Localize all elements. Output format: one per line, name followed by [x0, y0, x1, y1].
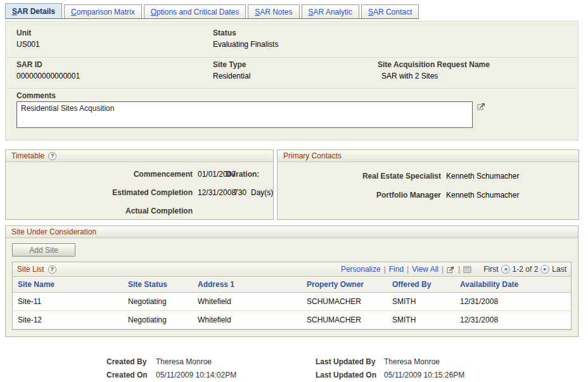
tab-bar: SAR Details Comparison Matrix Options an… — [5, 3, 419, 19]
sar-id-value: 000000000000001 — [16, 72, 80, 80]
created-info: Created By Theresa Monroe Created On 05/… — [106, 355, 236, 382]
real-estate-specialist-label: Real Estate Specialist — [283, 172, 441, 181]
created-on-value: 05/11/2009 10:14:02PM — [156, 369, 236, 382]
duration-unit: Day(s) — [251, 188, 273, 197]
view-all-link[interactable]: View All — [412, 265, 438, 274]
tab-label: SAR Analytic — [309, 8, 352, 16]
last-updated-on-label: Last Updated On — [316, 369, 379, 382]
column-header-site-status[interactable]: Site Status — [123, 277, 193, 293]
field-status: Status Evaluating Finalists — [213, 29, 278, 49]
pager-first-link[interactable]: First — [483, 265, 498, 274]
site-list-table: Site Name Site Status Address 1 Property… — [13, 277, 571, 329]
duration-label: Duration: — [226, 170, 259, 179]
created-on-label: Created On — [106, 369, 151, 382]
real-estate-specialist-value: Kenneth Schumacher — [446, 172, 519, 181]
comments-textarea[interactable]: Residential Sites Acqusition — [16, 101, 473, 128]
sar-name-value: SAR with 2 Sites — [378, 72, 490, 80]
pager-range: 1-2 of 2 — [513, 265, 539, 274]
unit-value: US001 — [16, 40, 40, 49]
divider — [6, 57, 577, 58]
site-section-header: Site Under Consideration — [6, 226, 578, 238]
duration-value: 730 — [227, 188, 246, 197]
table-row: Site-12 Negotiating Whitefield SCHUMACHE… — [13, 311, 571, 329]
commencement-label: Commencement — [11, 170, 193, 179]
unit-label: Unit — [16, 29, 40, 37]
tab-sar-details[interactable]: SAR Details — [5, 3, 62, 18]
add-site-button[interactable]: Add Site — [12, 243, 75, 257]
timetable-header: Timetable ? — [6, 150, 273, 162]
status-label: Status — [213, 29, 278, 37]
help-icon[interactable]: ? — [48, 152, 56, 160]
timetable-groupbox: Timetable ? Commencement 01/01/2007 Dura… — [5, 150, 274, 220]
find-link[interactable]: Find — [389, 265, 404, 274]
cell-property-owner: SCHUMACHER — [302, 311, 387, 329]
portfolio-manager-value: Kenneth Schumacher — [446, 191, 519, 200]
cell-site-status: Negotiating — [123, 311, 193, 329]
site-list-title: Site List — [17, 265, 44, 274]
field-sar-id: SAR ID 000000000000001 — [16, 60, 80, 80]
column-header-property-owner[interactable]: Property Owner — [302, 277, 387, 293]
column-header-address-1[interactable]: Address 1 — [193, 277, 302, 293]
table-header-row: Site Name Site Status Address 1 Property… — [13, 277, 571, 293]
cell-property-owner: SCHUMACHER — [302, 293, 387, 311]
site-type-label: Site Type — [213, 60, 250, 69]
field-site-type: Site Type Residential — [213, 60, 250, 80]
tab-label: Comparison Matrix — [71, 8, 135, 16]
field-sar-name: Site Acquisition Request Name SAR with 2… — [378, 60, 490, 80]
cell-site-name: Site-11 — [13, 293, 123, 311]
status-value: Evaluating Finalists — [213, 40, 278, 49]
tab-label: Options and Critical Dates — [151, 8, 239, 16]
column-header-site-name[interactable]: Site Name — [13, 277, 123, 293]
sar-id-label: SAR ID — [16, 60, 80, 69]
created-by-label: Created By — [106, 355, 151, 369]
personalize-link[interactable]: Personalize — [341, 265, 381, 274]
created-by-value: Theresa Monroe — [156, 355, 212, 369]
cell-offered-by: SMITH — [387, 311, 455, 329]
timetable-title: Timetable — [11, 151, 44, 160]
expand-comments-icon[interactable] — [477, 102, 486, 111]
help-icon[interactable]: ? — [48, 265, 56, 274]
cell-address-1: Whitefield — [193, 311, 302, 329]
column-header-availability-date[interactable]: Availability Date — [455, 277, 571, 293]
actual-completion-label: Actual Completion — [11, 207, 193, 215]
cell-availability-date: 12/31/2008 — [455, 293, 571, 311]
cell-offered-by: SMITH — [387, 293, 455, 311]
cell-site-name: Site-12 — [13, 311, 123, 329]
sar-name-label: Site Acquisition Request Name — [378, 60, 490, 69]
pager-next-icon[interactable]: ► — [540, 265, 549, 274]
pager-last-link[interactable]: Last — [552, 265, 566, 274]
site-type-value: Residential — [213, 72, 250, 80]
download-spreadsheet-icon[interactable] — [463, 265, 471, 274]
divider — [6, 88, 577, 89]
tab-options-critical-dates[interactable]: Options and Critical Dates — [144, 4, 246, 18]
comments-label: Comments — [16, 91, 56, 100]
tab-sar-analytic[interactable]: SAR Analytic — [302, 4, 359, 18]
separator: | — [384, 265, 386, 274]
cell-availability-date: 12/31/2008 — [455, 311, 571, 329]
cell-address-1: Whitefield — [193, 293, 302, 311]
sar-details-page: SAR Details Comparison Matrix Options an… — [0, 0, 588, 382]
zoom-grid-icon[interactable] — [447, 265, 455, 274]
site-section-title: Site Under Consideration — [11, 227, 96, 236]
primary-contacts-header: Primary Contacts — [278, 150, 578, 162]
updated-info: Last Updated By Theresa Monroe Last Upda… — [316, 355, 464, 382]
separator: | — [442, 265, 444, 274]
site-under-consideration-groupbox: Site Under Consideration Add Site Site L… — [5, 226, 578, 337]
primary-contacts-title: Primary Contacts — [283, 151, 342, 160]
separator: | — [407, 265, 409, 274]
tab-label: SAR Contact — [368, 8, 412, 16]
field-unit: Unit US001 — [16, 29, 40, 49]
tab-label: SAR Details — [12, 7, 55, 16]
tab-sar-contact[interactable]: SAR Contact — [361, 4, 419, 18]
estimated-completion-label: Estimated Completion — [11, 188, 193, 197]
tab-comparison-matrix[interactable]: Comparison Matrix — [64, 4, 142, 18]
pager-previous-icon[interactable]: ◄ — [501, 265, 510, 274]
last-updated-by-value: Theresa Monroe — [384, 355, 440, 369]
grid-toolbar: Site List ? Personalize | Find | View Al… — [13, 262, 571, 277]
tab-sar-notes[interactable]: SAR Notes — [248, 4, 299, 18]
site-list-grid: Site List ? Personalize | Find | View Al… — [12, 262, 572, 330]
column-header-offered-by[interactable]: Offered By — [387, 277, 455, 293]
last-updated-by-label: Last Updated By — [316, 355, 379, 369]
last-updated-on-value: 05/11/2009 10:15:26PM — [384, 369, 464, 382]
separator: | — [458, 265, 460, 274]
